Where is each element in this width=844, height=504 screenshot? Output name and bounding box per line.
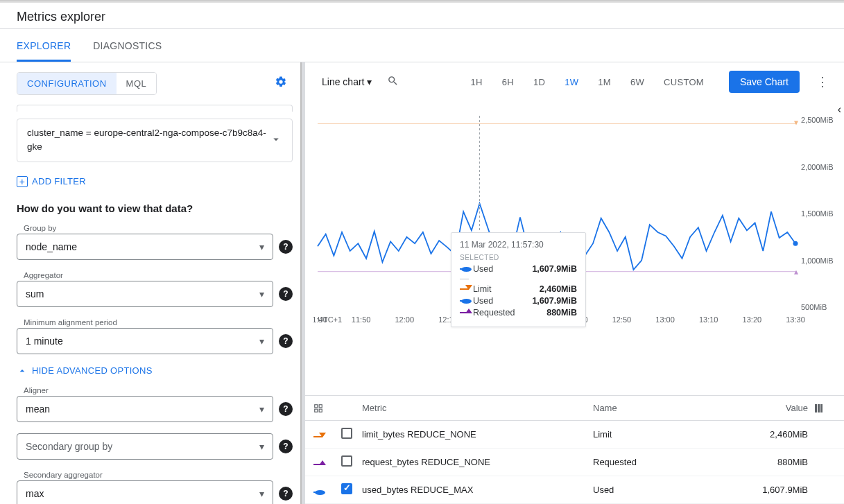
legend-checkbox[interactable] [341,455,352,467]
config-mode-toggle: CONFIGURATION MQL [17,72,157,95]
help-icon[interactable]: ? [279,240,293,254]
legend-checkbox[interactable] [341,483,352,494]
aligner-select[interactable]: mean ▾ [17,396,273,422]
advanced-options-toggle[interactable]: HIDE ADVANCED OPTIONS [17,365,293,376]
more-vert-icon[interactable]: ⋮ [812,74,833,89]
dropdown-arrow-icon: ▾ [259,441,264,452]
dropdown-arrow-icon: ▾ [259,403,264,415]
legend-value-cell: 1,607.9MiB [732,485,815,495]
min-alignment-select[interactable]: 1 minute ▾ [17,328,273,354]
legend-metric-cell: limit_bytes REDUCE_NONE [362,429,593,440]
chart-body: ‹ 500MiB1,000MiB1,500MiB2,000MiB2,500MiB… [305,101,844,395]
config-sidebar: CONFIGURATION MQL cluster_name = europe-… [0,62,305,504]
requested-marker-icon [460,312,469,313]
help-icon[interactable]: ? [279,287,293,301]
mql-toggle-button[interactable]: MQL [117,73,157,94]
svg-rect-23 [319,404,322,407]
svg-text:1,000MiB: 1,000MiB [801,257,833,265]
time-range-custom[interactable]: CUSTOM [664,77,704,87]
legend-header-row: Metric Name Value [305,396,844,421]
group-by-select[interactable]: node_name ▾ [17,234,273,260]
plus-icon: + [17,176,28,187]
dropdown-arrow-icon: ▾ [367,76,372,87]
filter-chip[interactable]: cluster_name = europe-central2-nga-compo… [17,119,293,162]
collapse-chevron-icon[interactable]: ‹ [838,103,841,116]
limit-marker-icon [460,288,469,290]
search-icon[interactable] [387,75,399,89]
legend-name-cell: Used [593,485,732,495]
legend-metric-cell: used_bytes REDUCE_MAX [362,485,593,495]
gear-icon[interactable] [275,76,293,92]
min-alignment-label: Minimum alignment period [17,318,293,327]
secondary-aggregator-select[interactable]: max ▾ [17,480,273,505]
time-range-group: 1H 6H 1D 1W 1M 6W CUSTOM [471,77,704,87]
configuration-toggle-button[interactable]: CONFIGURATION [17,73,117,94]
tooltip-timestamp: 11 Mar 2022, 11:57:30 [460,240,577,250]
chart-type-select[interactable]: Line chart ▾ [316,76,372,87]
sidebar-resize-handle[interactable] [300,62,304,504]
tooltip-selected-label: SELECTED [460,254,577,261]
chart-area: Line chart ▾ 1H 6H 1D 1W 1M 6W CUSTOM Sa… [305,62,844,504]
svg-text:12:50: 12:50 [612,315,632,324]
used-marker-icon [460,300,469,302]
time-range-1d[interactable]: 1D [533,77,545,87]
legend-value-cell: 2,460MiB [732,429,815,440]
help-icon[interactable]: ? [279,334,293,348]
aggregator-select[interactable]: sum ▾ [17,281,273,307]
chevron-down-icon [270,133,282,148]
view-section-title: How do you want to view that data? [17,202,293,214]
filter-text: cluster_name = europe-central2-nga-compo… [27,126,270,155]
time-range-6w[interactable]: 6W [630,77,644,87]
help-icon[interactable]: ? [279,440,293,453]
dropdown-arrow-icon: ▾ [259,336,264,347]
secondary-group-by-select[interactable]: Secondary group by ▾ [17,433,273,460]
legend-metric-cell: request_bytes REDUCE_NONE [362,457,593,467]
svg-rect-25 [319,409,322,412]
main-tabs: EXPLORER DIAGNOSTICS [0,29,844,62]
svg-text:12:00: 12:00 [395,315,415,324]
used-marker-icon [460,268,469,270]
add-filter-button[interactable]: + ADD FILTER [17,176,86,187]
page-title: Metrics explorer [17,10,827,24]
legend-checkbox[interactable] [341,428,352,439]
svg-text:UTC+1: UTC+1 [318,315,342,324]
dropdown-arrow-icon: ▾ [259,488,264,499]
svg-rect-22 [315,404,318,407]
series-marker-icon [313,436,322,437]
layout-icon[interactable] [313,403,323,413]
columns-icon[interactable] [815,404,836,412]
time-range-1h[interactable]: 1H [471,77,483,87]
legend-row[interactable]: limit_bytes REDUCE_NONE Limit 2,460MiB [305,421,844,449]
legend-row[interactable]: request_bytes REDUCE_NONE Requested 880M… [305,449,844,476]
legend-metric-header[interactable]: Metric [362,403,593,413]
group-by-label: Group by [17,224,293,232]
svg-text:13:00: 13:00 [655,315,675,324]
tab-diagnostics[interactable]: DIAGNOSTICS [93,29,162,62]
legend-value-header[interactable]: Value [732,403,815,413]
svg-text:13:20: 13:20 [743,315,762,324]
legend-row[interactable]: used_bytes REDUCE_MAX Used 1,607.9MiB [305,476,844,504]
time-range-6h[interactable]: 6H [502,77,514,87]
legend-table: Metric Name Value limit_bytes REDUCE_NON… [305,395,844,504]
help-icon[interactable]: ? [279,402,293,416]
svg-text:11:50: 11:50 [352,315,371,324]
time-range-1m[interactable]: 1M [598,77,611,87]
aggregator-label: Aggregator [17,271,293,279]
save-chart-button[interactable]: Save Chart [729,71,800,93]
chevron-up-icon [17,365,28,376]
svg-text:2,000MiB: 2,000MiB [801,163,833,171]
svg-text:2,500MiB: 2,500MiB [801,116,833,124]
help-icon[interactable]: ? [279,487,293,501]
chart-toolbar: Line chart ▾ 1H 6H 1D 1W 1M 6W CUSTOM Sa… [305,62,844,101]
legend-name-cell: Limit [593,429,732,440]
legend-value-cell: 880MiB [732,457,815,467]
secondary-aggregator-label: Secondary aggregator [17,471,293,479]
svg-text:1,500MiB: 1,500MiB [801,209,833,218]
legend-name-cell: Requested [593,457,732,467]
svg-point-7 [793,241,798,246]
svg-text:13:10: 13:10 [699,315,718,324]
chart-tooltip: 11 Mar 2022, 11:57:30 SELECTED Used 1,60… [451,232,586,327]
tab-explorer[interactable]: EXPLORER [17,29,71,62]
legend-name-header[interactable]: Name [593,403,732,413]
time-range-1w[interactable]: 1W [565,77,578,87]
